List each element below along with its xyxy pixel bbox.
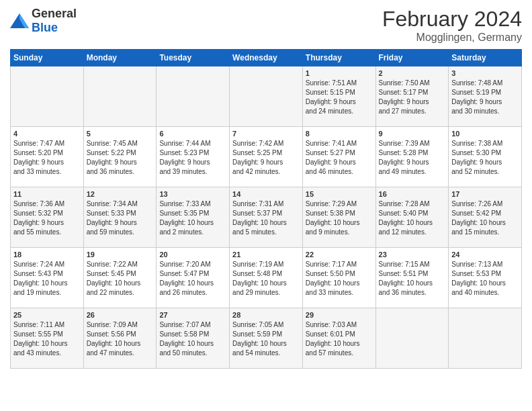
day-info: Sunrise: 7:20 AMSunset: 5:47 PMDaylight:… <box>159 260 226 298</box>
calendar-cell: 28Sunrise: 7:05 AMSunset: 5:59 PMDayligh… <box>230 308 303 369</box>
day-number: 20 <box>159 250 226 259</box>
day-info: Sunrise: 7:05 AMSunset: 5:59 PMDaylight:… <box>232 320 300 358</box>
calendar-week-row: 1Sunrise: 7:51 AMSunset: 5:15 PMDaylight… <box>11 66 522 127</box>
day-info: Sunrise: 7:31 AMSunset: 5:37 PMDaylight:… <box>232 199 300 237</box>
calendar-week-row: 11Sunrise: 7:36 AMSunset: 5:32 PMDayligh… <box>11 187 522 248</box>
calendar-cell: 14Sunrise: 7:31 AMSunset: 5:37 PMDayligh… <box>230 187 303 248</box>
calendar-header-row: SundayMondayTuesdayWednesdayThursdayFrid… <box>11 50 522 66</box>
day-info: Sunrise: 7:33 AMSunset: 5:35 PMDaylight:… <box>159 199 226 237</box>
day-number: 1 <box>306 69 373 77</box>
logo-text: General Blue <box>32 7 77 35</box>
day-number: 5 <box>87 130 154 138</box>
calendar-cell: 13Sunrise: 7:33 AMSunset: 5:35 PMDayligh… <box>157 187 230 248</box>
day-of-week-header: Sunday <box>11 50 84 66</box>
day-number: 14 <box>232 190 300 198</box>
day-number: 8 <box>306 130 373 138</box>
day-number: 10 <box>451 130 519 138</box>
calendar-cell <box>230 66 303 127</box>
calendar-cell: 8Sunrise: 7:41 AMSunset: 5:27 PMDaylight… <box>302 127 375 187</box>
day-number: 25 <box>13 311 81 319</box>
day-info: Sunrise: 7:09 AMSunset: 5:56 PMDaylight:… <box>87 320 154 358</box>
calendar-cell: 1Sunrise: 7:51 AMSunset: 5:15 PMDaylight… <box>302 66 375 127</box>
calendar-cell <box>449 308 522 369</box>
day-number: 19 <box>87 250 154 259</box>
calendar-cell: 11Sunrise: 7:36 AMSunset: 5:32 PMDayligh… <box>11 187 84 248</box>
day-number: 12 <box>87 190 154 198</box>
day-info: Sunrise: 7:13 AMSunset: 5:53 PMDaylight:… <box>451 260 519 298</box>
day-of-week-header: Tuesday <box>157 50 230 66</box>
day-number: 9 <box>379 130 446 138</box>
day-number: 3 <box>451 69 519 77</box>
calendar-cell <box>157 66 230 127</box>
location-title: Mogglingen, Germany <box>382 32 522 44</box>
calendar-week-row: 4Sunrise: 7:47 AMSunset: 5:20 PMDaylight… <box>11 127 522 187</box>
day-number: 29 <box>306 311 373 319</box>
day-info: Sunrise: 7:38 AMSunset: 5:30 PMDaylight:… <box>451 139 519 177</box>
calendar-cell: 6Sunrise: 7:44 AMSunset: 5:23 PMDaylight… <box>157 127 230 187</box>
day-of-week-header: Saturday <box>449 50 522 66</box>
day-info: Sunrise: 7:41 AMSunset: 5:27 PMDaylight:… <box>306 139 373 177</box>
day-info: Sunrise: 7:39 AMSunset: 5:28 PMDaylight:… <box>379 139 446 177</box>
calendar-body: 1Sunrise: 7:51 AMSunset: 5:15 PMDaylight… <box>11 66 522 369</box>
logo-blue: Blue <box>32 21 58 34</box>
day-info: Sunrise: 7:26 AMSunset: 5:42 PMDaylight:… <box>451 199 519 237</box>
calendar-cell: 7Sunrise: 7:42 AMSunset: 5:25 PMDaylight… <box>230 127 303 187</box>
day-info: Sunrise: 7:28 AMSunset: 5:40 PMDaylight:… <box>379 199 446 237</box>
day-number: 24 <box>451 250 519 259</box>
day-of-week-header: Monday <box>83 50 157 66</box>
day-info: Sunrise: 7:24 AMSunset: 5:43 PMDaylight:… <box>13 260 81 298</box>
calendar-cell: 26Sunrise: 7:09 AMSunset: 5:56 PMDayligh… <box>83 308 157 369</box>
day-number: 23 <box>379 250 446 259</box>
calendar-cell: 9Sunrise: 7:39 AMSunset: 5:28 PMDaylight… <box>375 127 449 187</box>
calendar-cell: 25Sunrise: 7:11 AMSunset: 5:55 PMDayligh… <box>11 308 84 369</box>
day-number: 27 <box>159 311 226 319</box>
day-number: 28 <box>232 311 300 319</box>
day-number: 18 <box>13 250 81 259</box>
calendar-cell: 24Sunrise: 7:13 AMSunset: 5:53 PMDayligh… <box>449 248 522 308</box>
calendar-cell: 23Sunrise: 7:15 AMSunset: 5:51 PMDayligh… <box>375 248 449 308</box>
day-info: Sunrise: 7:44 AMSunset: 5:23 PMDaylight:… <box>159 139 226 177</box>
calendar-cell: 27Sunrise: 7:07 AMSunset: 5:58 PMDayligh… <box>157 308 230 369</box>
day-info: Sunrise: 7:07 AMSunset: 5:58 PMDaylight:… <box>159 320 226 358</box>
day-number: 22 <box>306 250 373 259</box>
calendar-table: SundayMondayTuesdayWednesdayThursdayFrid… <box>10 49 522 369</box>
calendar-cell: 12Sunrise: 7:34 AMSunset: 5:33 PMDayligh… <box>83 187 157 248</box>
day-info: Sunrise: 7:03 AMSunset: 6:01 PMDaylight:… <box>306 320 373 358</box>
calendar-cell: 10Sunrise: 7:38 AMSunset: 5:30 PMDayligh… <box>449 127 522 187</box>
calendar-week-row: 18Sunrise: 7:24 AMSunset: 5:43 PMDayligh… <box>11 248 522 308</box>
day-number: 4 <box>13 130 81 138</box>
day-info: Sunrise: 7:50 AMSunset: 5:17 PMDaylight:… <box>379 79 446 116</box>
calendar-cell: 21Sunrise: 7:19 AMSunset: 5:48 PMDayligh… <box>230 248 303 308</box>
day-info: Sunrise: 7:34 AMSunset: 5:33 PMDaylight:… <box>87 199 154 237</box>
calendar-cell: 3Sunrise: 7:48 AMSunset: 5:19 PMDaylight… <box>449 66 522 127</box>
calendar-cell: 15Sunrise: 7:29 AMSunset: 5:38 PMDayligh… <box>302 187 375 248</box>
day-info: Sunrise: 7:36 AMSunset: 5:32 PMDaylight:… <box>13 199 81 237</box>
title-block: February 2024 Mogglingen, Germany <box>382 7 522 44</box>
day-info: Sunrise: 7:48 AMSunset: 5:19 PMDaylight:… <box>451 79 519 116</box>
day-number: 6 <box>159 130 226 138</box>
calendar-cell <box>11 66 84 127</box>
logo-icon <box>10 13 29 28</box>
day-number: 15 <box>306 190 373 198</box>
day-info: Sunrise: 7:47 AMSunset: 5:20 PMDaylight:… <box>13 139 81 177</box>
day-info: Sunrise: 7:51 AMSunset: 5:15 PMDaylight:… <box>306 79 373 116</box>
calendar-cell: 19Sunrise: 7:22 AMSunset: 5:45 PMDayligh… <box>83 248 157 308</box>
calendar-cell: 20Sunrise: 7:20 AMSunset: 5:47 PMDayligh… <box>157 248 230 308</box>
day-info: Sunrise: 7:19 AMSunset: 5:48 PMDaylight:… <box>232 260 300 298</box>
day-of-week-header: Friday <box>375 50 449 66</box>
day-number: 7 <box>232 130 300 138</box>
day-info: Sunrise: 7:42 AMSunset: 5:25 PMDaylight:… <box>232 139 300 177</box>
day-info: Sunrise: 7:17 AMSunset: 5:50 PMDaylight:… <box>306 260 373 298</box>
calendar-cell <box>83 66 157 127</box>
calendar-cell: 16Sunrise: 7:28 AMSunset: 5:40 PMDayligh… <box>375 187 449 248</box>
day-info: Sunrise: 7:22 AMSunset: 5:45 PMDaylight:… <box>87 260 154 298</box>
day-info: Sunrise: 7:29 AMSunset: 5:38 PMDaylight:… <box>306 199 373 237</box>
calendar-cell: 2Sunrise: 7:50 AMSunset: 5:17 PMDaylight… <box>375 66 449 127</box>
calendar-cell: 22Sunrise: 7:17 AMSunset: 5:50 PMDayligh… <box>302 248 375 308</box>
day-of-week-header: Thursday <box>302 50 375 66</box>
calendar-week-row: 25Sunrise: 7:11 AMSunset: 5:55 PMDayligh… <box>11 308 522 369</box>
day-info: Sunrise: 7:45 AMSunset: 5:22 PMDaylight:… <box>87 139 154 177</box>
logo-general: General <box>32 7 77 20</box>
day-number: 13 <box>159 190 226 198</box>
calendar-cell <box>375 308 449 369</box>
